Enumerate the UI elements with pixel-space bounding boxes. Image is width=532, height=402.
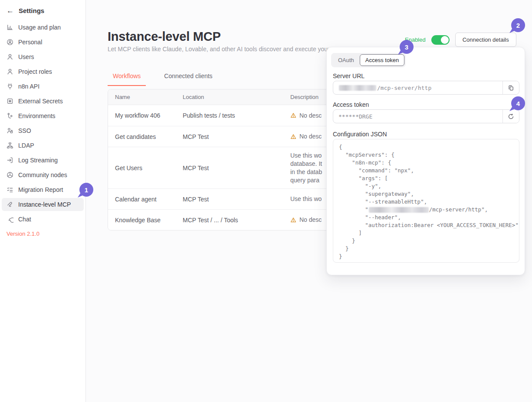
sidebar-item-ldap[interactable]: LDAP (2, 139, 84, 152)
server-url-label: Server URL (333, 72, 365, 79)
user-icon (7, 68, 13, 75)
description-text: No desc (299, 112, 322, 120)
configuration-json-box: { "mcpServers": { "n8n-mcp": { "command"… (333, 139, 519, 263)
sidebar-item-label: Project roles (18, 68, 52, 75)
tab-oauth[interactable]: OAuth (332, 54, 360, 66)
description-text: Use this wo (290, 195, 322, 203)
warning-icon (290, 112, 296, 119)
server-url-field[interactable]: /mcp-server/http (333, 81, 519, 95)
refresh-token-button[interactable] (502, 110, 519, 123)
version-label: Version 2.1.0 (7, 231, 39, 237)
column-header-name: Name (108, 94, 183, 100)
git-branch-icon (7, 112, 13, 119)
description-text: Use this wo database. It in the datab qu… (290, 152, 322, 185)
sidebar-item-instance-level-mcp[interactable]: Instance-level MCP (2, 198, 84, 211)
config-json-line: } (339, 253, 513, 260)
sidebar-item-label: Personal (18, 39, 42, 46)
tab-workflows[interactable]: Workflows (108, 70, 146, 86)
vault-icon (7, 98, 13, 105)
config-json-line: "supergateway", (339, 190, 513, 198)
server-url-value: /mcp-server/http (333, 81, 502, 94)
sidebar-item-log-streaming[interactable]: Log Streaming (2, 154, 84, 167)
sidebar-nav: Usage and planPersonalUsersProject roles… (0, 21, 85, 226)
back-arrow-icon[interactable]: ← (7, 7, 14, 14)
tab-access-token[interactable]: Access token (360, 54, 404, 66)
access-token-value: ******DRGE (333, 110, 502, 123)
config-json-line: "-y", (339, 182, 513, 190)
config-json-line: "--streamableHttp", (339, 198, 513, 206)
checklist-icon (7, 186, 13, 193)
config-json-line: "command": "npx", (339, 167, 513, 175)
sidebar-item-n8n-api[interactable]: n8n API (2, 80, 84, 93)
workflow-name: Get Users (108, 165, 183, 171)
workflow-location: Publish tests / tests (183, 112, 290, 119)
config-json-line: "args": [ (339, 175, 513, 182)
annotation-badge-2: 2 (511, 18, 525, 32)
column-header-location: Location (183, 94, 290, 100)
page-description: Let MCP clients like Claude, Lovable, an… (108, 46, 348, 53)
sidebar-item-label: n8n API (18, 83, 39, 90)
sidebar-item-label: SSO (18, 127, 31, 134)
sidebar-item-migration-report[interactable]: Migration Report (2, 183, 84, 196)
sidebar-item-chat[interactable]: Chat (2, 213, 84, 226)
globe-icon (7, 171, 13, 178)
config-json-line: "authorization:Bearer <YOUR_ACCESS_TOKEN… (339, 221, 513, 229)
redacted-server-host (339, 85, 376, 91)
sidebar-item-project-roles[interactable]: Project roles (2, 65, 84, 78)
sidebar-item-usage-and-plan[interactable]: Usage and plan (2, 21, 84, 34)
workflow-name: My workflow 406 (108, 112, 183, 119)
workflow-name: Get candidates (108, 133, 183, 140)
access-token-label: Access token (333, 101, 369, 108)
sidebar-item-community-nodes[interactable]: Community nodes (2, 168, 84, 181)
access-token-field[interactable]: ******DRGE (333, 109, 519, 123)
enabled-toggle[interactable] (431, 35, 450, 45)
config-json-line: } (339, 237, 513, 245)
workflow-location: MCP Test (183, 165, 290, 171)
sidebar-item-label: LDAP (18, 142, 34, 149)
user-icon (7, 53, 13, 60)
chat-icon (7, 216, 13, 223)
config-json-line: "mcpServers": { (339, 151, 513, 159)
sidebar-item-label: Usage and plan (18, 24, 61, 31)
mcp-icon (7, 201, 13, 208)
tab-connected-clients[interactable]: Connected clients (159, 70, 217, 86)
redacted-server-host (369, 207, 429, 213)
copy-server-url-button[interactable] (502, 81, 519, 94)
connection-details-button[interactable]: Connection details (455, 33, 516, 47)
sidebar-item-label: Chat (18, 216, 31, 223)
sidebar-item-personal[interactable]: Personal (2, 36, 84, 49)
sidebar-item-external-secrets[interactable]: External Secrets (2, 95, 84, 108)
annotation-badge-4: 4 (511, 96, 525, 110)
connection-details-popover: OAuth Access token Server URL /mcp-serve… (326, 47, 525, 275)
config-json-line: "n8n-mcp": { (339, 159, 513, 167)
annotation-badge-1: 1 (79, 183, 93, 197)
workflow-name: Calendar agent (108, 196, 183, 203)
workflow-location: MCP Test (183, 196, 290, 203)
description-text: No desc (299, 132, 322, 141)
sidebar-header: ← Settings (0, 0, 85, 19)
workflow-location: MCP Test / ... / Tools (183, 217, 290, 224)
sidebar-item-label: Users (18, 53, 34, 60)
hierarchy-icon (7, 142, 13, 149)
config-json-line: "--header", (339, 214, 513, 221)
page-title: Instance-level MCP (108, 30, 221, 44)
config-json-line: } (339, 245, 513, 253)
warning-icon (290, 217, 296, 223)
sidebar-item-users[interactable]: Users (2, 50, 84, 63)
bar-chart-icon (7, 24, 13, 31)
auth-method-switch: OAuth Access token (331, 53, 406, 67)
sidebar-item-environments[interactable]: Environments (2, 109, 84, 122)
refresh-icon (508, 113, 514, 120)
config-json-line: ] (339, 229, 513, 237)
header-controls: Enabled Connection details (405, 33, 516, 47)
sidebar-item-label: Migration Report (18, 186, 63, 193)
user-key-icon (7, 127, 13, 134)
sidebar-item-label: Environments (18, 112, 56, 119)
description-text: No desc (299, 216, 322, 224)
config-json-line: { (339, 143, 513, 151)
sidebar-title: Settings (19, 7, 44, 14)
sidebar-item-label: Community nodes (18, 171, 67, 178)
sidebar-item-sso[interactable]: SSO (2, 124, 84, 137)
sidebar-item-label: Instance-level MCP (18, 201, 71, 208)
main-tabs: Workflows Connected clients (108, 70, 218, 86)
